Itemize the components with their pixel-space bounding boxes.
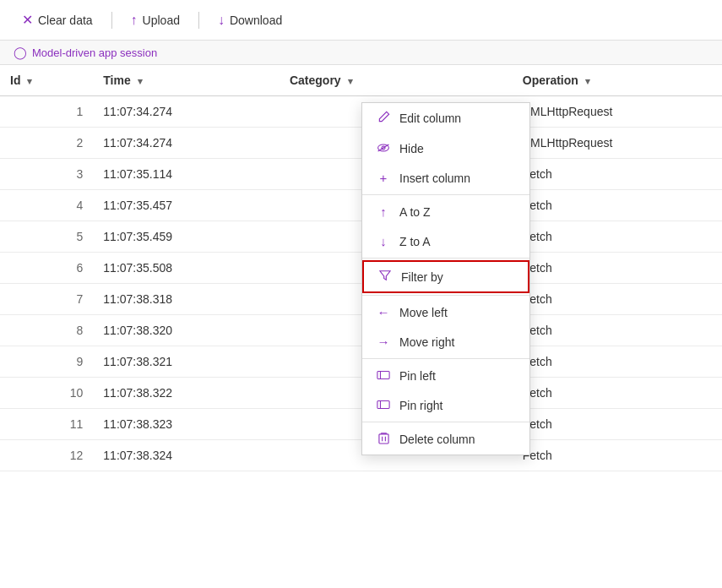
- menu-item-pin-right[interactable]: Pin right: [362, 390, 529, 420]
- menu-item-move-right[interactable]: → Move right: [362, 327, 529, 357]
- clear-data-label: Clear data: [38, 14, 93, 27]
- cell-id: 5: [0, 221, 93, 253]
- cell-time: 11:07:34.274: [93, 128, 280, 159]
- cell-id: 1: [0, 96, 93, 128]
- menu-separator: [362, 358, 529, 359]
- cell-operation: Fetch: [513, 253, 722, 284]
- insert-column-icon: +: [376, 171, 391, 185]
- menu-item-insert-column[interactable]: + Insert column: [362, 163, 529, 193]
- menu-item-hide[interactable]: Hide: [362, 133, 529, 163]
- cell-time: 11:07:38.318: [93, 284, 280, 315]
- pin-right-label: Pin right: [399, 399, 442, 412]
- cell-id: 12: [0, 440, 93, 471]
- column-header-time[interactable]: Time ▾: [93, 65, 280, 96]
- delete-column-icon: [376, 432, 391, 447]
- clear-data-icon: ✕: [22, 12, 33, 28]
- cell-time: 11:07:34.274: [93, 96, 280, 128]
- pin-left-icon: [376, 368, 391, 383]
- move-right-label: Move right: [399, 335, 454, 349]
- cell-id: 6: [0, 253, 93, 284]
- cell-time: 11:07:38.321: [93, 346, 280, 378]
- a-to-z-icon: ↑: [376, 204, 391, 219]
- edit-column-label: Edit column: [399, 112, 461, 125]
- cell-operation: Fetch: [513, 159, 722, 190]
- z-to-a-icon: ↓: [376, 234, 391, 248]
- cell-id: 10: [0, 378, 93, 409]
- cell-id: 4: [0, 190, 93, 221]
- z-to-a-label: Z to A: [399, 235, 431, 248]
- svg-rect-7: [378, 434, 388, 444]
- cell-operation: Fetch: [513, 409, 722, 440]
- cell-operation: Fetch: [513, 440, 722, 471]
- column-header-operation[interactable]: Operation ▾: [513, 65, 722, 96]
- download-button[interactable]: ↓ Download: [209, 8, 290, 33]
- upload-icon: ↑: [131, 13, 138, 28]
- cell-operation: Fetch: [513, 284, 722, 315]
- move-right-icon: →: [376, 335, 391, 349]
- cell-id: 8: [0, 315, 93, 346]
- table-container: Id ▾ Time ▾ Category ▾ Operation ▾ 1 11:…: [0, 65, 722, 471]
- column-header-category[interactable]: Category ▾: [280, 65, 513, 96]
- session-label: Model-driven app session: [32, 46, 157, 59]
- svg-rect-3: [377, 372, 389, 379]
- cell-id: 3: [0, 159, 93, 190]
- menu-item-a-to-z[interactable]: ↑ A to Z: [362, 197, 529, 226]
- hide-icon: [376, 141, 391, 155]
- pin-right-icon: [376, 398, 391, 412]
- move-left-label: Move left: [399, 306, 448, 319]
- toolbar-separator-1: [111, 12, 112, 29]
- cell-time: 11:07:38.322: [93, 378, 280, 409]
- cell-id: 7: [0, 284, 93, 315]
- cell-id: 9: [0, 346, 93, 378]
- upload-label: Upload: [143, 14, 180, 27]
- svg-rect-5: [377, 401, 389, 409]
- cell-id: 11: [0, 409, 93, 440]
- cell-operation: Fetch: [513, 190, 722, 221]
- menu-item-z-to-a[interactable]: ↓ Z to A: [362, 226, 529, 256]
- edit-column-icon: [376, 111, 391, 126]
- cell-id: 2: [0, 128, 93, 159]
- cell-time: 11:07:35.459: [93, 221, 280, 253]
- column-context-menu: Edit column Hide + Insert column ↑ A to …: [361, 102, 530, 455]
- cell-operation: Fetch: [513, 378, 722, 409]
- menu-item-pin-left[interactable]: Pin left: [362, 361, 529, 390]
- sort-icon-operation: ▾: [585, 76, 590, 86]
- menu-item-filter-by[interactable]: Filter by: [362, 260, 529, 293]
- cell-time: 11:07:38.320: [93, 315, 280, 346]
- cell-time: 11:07:35.508: [93, 253, 280, 284]
- menu-item-delete-column[interactable]: Delete column: [362, 424, 529, 455]
- cell-operation: XMLHttpRequest: [513, 96, 722, 128]
- insert-column-label: Insert column: [399, 172, 470, 185]
- cell-time: 11:07:38.323: [93, 409, 280, 440]
- cell-operation: XMLHttpRequest: [513, 128, 722, 159]
- column-header-id[interactable]: Id ▾: [0, 65, 93, 96]
- menu-separator: [362, 295, 529, 296]
- sort-icon-time: ▾: [138, 76, 143, 86]
- session-icon: ◯: [14, 46, 27, 59]
- upload-button[interactable]: ↑ Upload: [122, 8, 188, 33]
- menu-item-move-left[interactable]: ← Move left: [362, 297, 529, 327]
- clear-data-button[interactable]: ✕ Clear data: [14, 7, 101, 33]
- hide-label: Hide: [399, 142, 424, 155]
- session-bar: ◯ Model-driven app session: [0, 41, 722, 65]
- delete-column-label: Delete column: [399, 433, 475, 446]
- pin-left-label: Pin left: [399, 369, 436, 383]
- cell-time: 11:07:35.114: [93, 159, 280, 190]
- menu-item-edit-column[interactable]: Edit column: [362, 103, 529, 133]
- cell-operation: Fetch: [513, 315, 722, 346]
- download-icon: ↓: [218, 13, 225, 28]
- menu-separator: [362, 258, 529, 259]
- menu-separator: [362, 422, 529, 422]
- sort-icon-category: ▾: [348, 76, 353, 86]
- move-left-icon: ←: [376, 305, 391, 319]
- cell-time: 11:07:38.324: [93, 440, 280, 471]
- a-to-z-label: A to Z: [399, 205, 431, 219]
- cell-time: 11:07:35.457: [93, 190, 280, 221]
- filter-by-icon: [377, 270, 393, 284]
- download-label: Download: [230, 14, 282, 27]
- toolbar-separator-2: [198, 12, 199, 29]
- filter-by-label: Filter by: [401, 270, 443, 284]
- sort-icon-id: ▾: [27, 76, 32, 86]
- menu-separator: [362, 194, 529, 195]
- table-header-row: Id ▾ Time ▾ Category ▾ Operation ▾: [0, 65, 722, 96]
